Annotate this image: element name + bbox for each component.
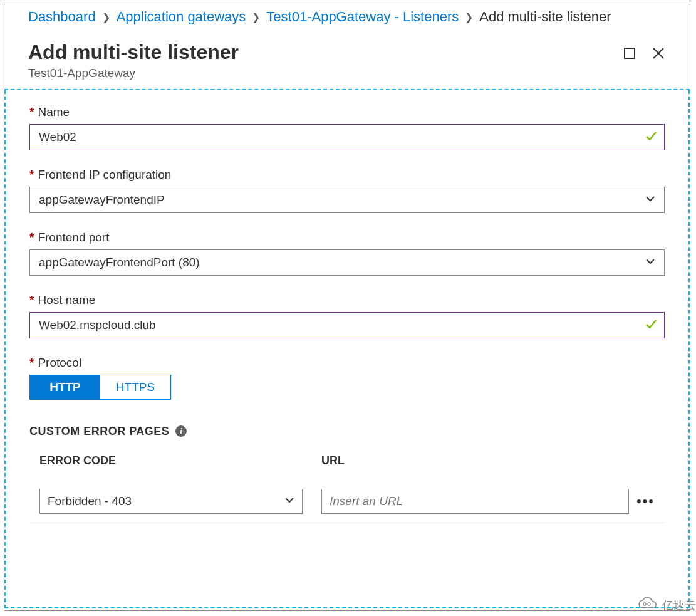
- maximize-icon: [623, 47, 636, 60]
- maximize-button[interactable]: [621, 44, 638, 62]
- table-row: Forbidden - 403 •••: [29, 478, 665, 523]
- watermark-text: 亿速云: [662, 598, 696, 613]
- required-icon: *: [29, 168, 34, 182]
- breadcrumb-app-gateways[interactable]: Application gateways: [117, 9, 246, 25]
- close-button[interactable]: [650, 44, 667, 62]
- chevron-right-icon: ❯: [465, 11, 473, 23]
- frontend-ip-value: appGatewayFrontendIP: [39, 193, 165, 207]
- blade-header: Add multi-site listener Test01-AppGatewa…: [4, 29, 690, 90]
- breadcrumb-current: Add multi-site listener: [479, 9, 611, 25]
- field-protocol: *Protocol HTTP HTTPS: [29, 356, 665, 400]
- page-title: Add multi-site listener: [28, 41, 666, 64]
- page-subtitle: Test01-AppGateway: [28, 66, 666, 80]
- host-name-label: Host name: [38, 293, 95, 307]
- field-name: *Name: [29, 105, 665, 150]
- frontend-port-select[interactable]: appGatewayFrontendPort (80): [29, 249, 665, 276]
- info-icon[interactable]: i: [175, 425, 187, 437]
- name-label: Name: [38, 105, 70, 119]
- cloud-icon: [637, 595, 658, 615]
- field-host-name: *Host name: [29, 293, 665, 338]
- custom-error-section-title: CUSTOM ERROR PAGES i: [29, 425, 665, 438]
- frontend-ip-label: Frontend IP configuration: [38, 168, 171, 182]
- host-name-input[interactable]: [29, 312, 665, 338]
- breadcrumb: Dashboard ❯ Application gateways ❯ Test0…: [4, 4, 690, 29]
- breadcrumb-listeners[interactable]: Test01-AppGateway - Listeners: [266, 9, 459, 25]
- frontend-port-value: appGatewayFrontendPort (80): [39, 256, 200, 269]
- breadcrumb-dashboard[interactable]: Dashboard: [28, 9, 96, 25]
- chevron-right-icon: ❯: [252, 11, 260, 23]
- frontend-ip-select[interactable]: appGatewayFrontendIP: [29, 187, 665, 213]
- frontend-port-label: Frontend port: [38, 231, 109, 244]
- close-icon: [652, 46, 665, 60]
- chevron-down-icon: [645, 256, 655, 269]
- custom-error-table: ERROR CODE URL Forbidden - 403 •••: [29, 454, 665, 523]
- protocol-label: Protocol: [38, 356, 81, 370]
- watermark: 亿速云: [637, 595, 696, 615]
- svg-point-3: [643, 603, 646, 605]
- chevron-down-icon: [645, 193, 655, 207]
- protocol-https-button[interactable]: HTTPS: [100, 375, 170, 399]
- field-frontend-port: *Frontend port appGatewayFrontendPort (8…: [29, 231, 665, 276]
- protocol-http-button[interactable]: HTTP: [30, 375, 100, 399]
- checkmark-icon: [645, 130, 657, 145]
- error-code-select[interactable]: Forbidden - 403: [39, 489, 303, 514]
- field-frontend-ip: *Frontend IP configuration appGatewayFro…: [29, 168, 665, 213]
- required-icon: *: [29, 356, 34, 370]
- chevron-down-icon: [284, 494, 294, 508]
- svg-point-4: [648, 603, 650, 605]
- chevron-right-icon: ❯: [102, 11, 110, 23]
- protocol-toggle: HTTP HTTPS: [29, 375, 171, 400]
- custom-error-title-text: CUSTOM ERROR PAGES: [29, 425, 169, 438]
- required-icon: *: [29, 293, 34, 307]
- required-icon: *: [29, 105, 34, 119]
- error-url-input[interactable]: [321, 489, 629, 514]
- error-code-header: ERROR CODE: [39, 454, 303, 467]
- name-input[interactable]: [29, 124, 665, 150]
- url-header: URL: [321, 454, 345, 467]
- svg-rect-0: [625, 48, 635, 58]
- required-icon: *: [29, 231, 34, 244]
- checkmark-icon: [645, 318, 657, 333]
- more-options-button[interactable]: •••: [636, 493, 655, 509]
- error-code-value: Forbidden - 403: [48, 494, 132, 508]
